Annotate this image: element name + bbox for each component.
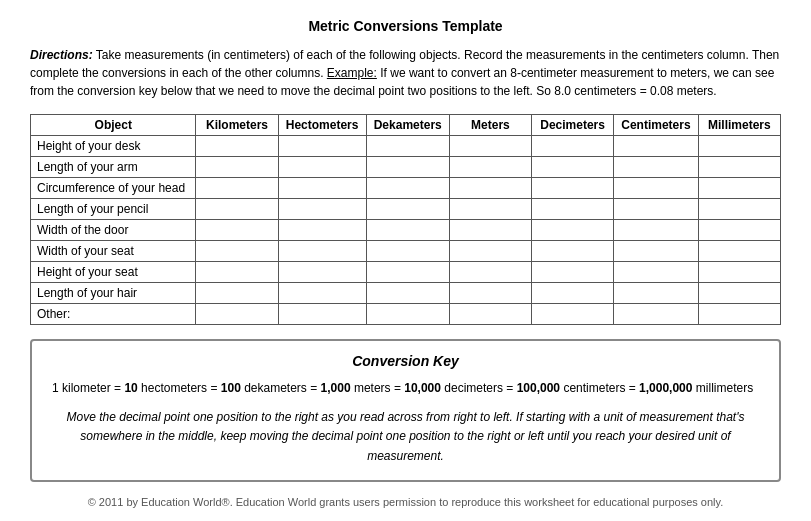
table-row: Height of your seat bbox=[31, 262, 781, 283]
table-row: Height of your desk bbox=[31, 136, 781, 157]
table-cell-value[interactable] bbox=[449, 199, 531, 220]
table-cell-value[interactable] bbox=[449, 283, 531, 304]
col-header-km: Kilometers bbox=[196, 115, 278, 136]
table-header-row: Object Kilometers Hectometers Dekameters… bbox=[31, 115, 781, 136]
ck-b1: 10 bbox=[124, 381, 137, 395]
ck-t6: millimeters bbox=[692, 381, 753, 395]
table-cell-value[interactable] bbox=[614, 178, 699, 199]
table-cell-value[interactable] bbox=[366, 220, 449, 241]
table-cell-value[interactable] bbox=[366, 178, 449, 199]
conversion-key-line: 1 kilometer = 10 hectometers = 100 dekam… bbox=[52, 379, 759, 398]
ck-t5: centimeters = bbox=[560, 381, 639, 395]
main-table: Object Kilometers Hectometers Dekameters… bbox=[30, 114, 781, 325]
table-cell-value[interactable] bbox=[614, 283, 699, 304]
table-cell-object: Height of your desk bbox=[31, 136, 196, 157]
table-cell-value[interactable] bbox=[532, 241, 614, 262]
table-cell-value[interactable] bbox=[532, 199, 614, 220]
table-cell-value[interactable] bbox=[532, 304, 614, 325]
ck-b4: 10,000 bbox=[404, 381, 441, 395]
table-cell-value[interactable] bbox=[698, 157, 780, 178]
col-header-dm: Dekameters bbox=[366, 115, 449, 136]
table-cell-value[interactable] bbox=[366, 157, 449, 178]
table-cell-value[interactable] bbox=[278, 178, 366, 199]
table-section: Object Kilometers Hectometers Dekameters… bbox=[30, 114, 781, 325]
table-cell-value[interactable] bbox=[698, 241, 780, 262]
footer: © 2011 by Education World®. Education Wo… bbox=[30, 496, 781, 508]
table-cell-value[interactable] bbox=[449, 136, 531, 157]
table-cell-value[interactable] bbox=[196, 241, 278, 262]
table-cell-value[interactable] bbox=[698, 283, 780, 304]
table-cell-object: Length of your hair bbox=[31, 283, 196, 304]
table-cell-value[interactable] bbox=[698, 220, 780, 241]
table-cell-value[interactable] bbox=[449, 241, 531, 262]
ck-t3: meters = bbox=[351, 381, 405, 395]
table-cell-value[interactable] bbox=[614, 157, 699, 178]
table-cell-value[interactable] bbox=[532, 283, 614, 304]
table-cell-value[interactable] bbox=[532, 136, 614, 157]
table-cell-value[interactable] bbox=[196, 199, 278, 220]
ck-b6: 1,000,000 bbox=[639, 381, 692, 395]
table-cell-value[interactable] bbox=[698, 136, 780, 157]
table-cell-value[interactable] bbox=[366, 304, 449, 325]
ck-prefix: 1 kilometer = bbox=[52, 381, 124, 395]
table-cell-value[interactable] bbox=[532, 178, 614, 199]
table-cell-object: Length of your pencil bbox=[31, 199, 196, 220]
table-cell-value[interactable] bbox=[366, 199, 449, 220]
table-cell-value[interactable] bbox=[614, 304, 699, 325]
page-title: Metric Conversions Template bbox=[30, 18, 781, 34]
table-cell-value[interactable] bbox=[278, 157, 366, 178]
ck-b2: 100 bbox=[221, 381, 241, 395]
table-cell-value[interactable] bbox=[449, 157, 531, 178]
table-cell-value[interactable] bbox=[196, 304, 278, 325]
table-row: Circumference of your head bbox=[31, 178, 781, 199]
table-cell-value[interactable] bbox=[196, 178, 278, 199]
table-cell-value[interactable] bbox=[278, 262, 366, 283]
ck-b3: 1,000 bbox=[321, 381, 351, 395]
table-cell-value[interactable] bbox=[366, 283, 449, 304]
table-cell-value[interactable] bbox=[698, 199, 780, 220]
table-cell-value[interactable] bbox=[532, 157, 614, 178]
table-cell-value[interactable] bbox=[196, 262, 278, 283]
table-cell-value[interactable] bbox=[614, 262, 699, 283]
table-cell-value[interactable] bbox=[698, 262, 780, 283]
table-cell-value[interactable] bbox=[196, 220, 278, 241]
table-cell-object: Other: bbox=[31, 304, 196, 325]
directions-label: Directions: bbox=[30, 48, 93, 62]
table-cell-value[interactable] bbox=[614, 136, 699, 157]
table-cell-value[interactable] bbox=[278, 304, 366, 325]
table-cell-object: Circumference of your head bbox=[31, 178, 196, 199]
table-cell-value[interactable] bbox=[196, 157, 278, 178]
table-cell-value[interactable] bbox=[532, 262, 614, 283]
table-cell-value[interactable] bbox=[449, 220, 531, 241]
conversion-box: Conversion Key 1 kilometer = 10 hectomet… bbox=[30, 339, 781, 482]
table-cell-object: Width of the door bbox=[31, 220, 196, 241]
table-cell-value[interactable] bbox=[278, 136, 366, 157]
col-header-cm: Centimeters bbox=[614, 115, 699, 136]
conversion-note: Move the decimal point one position to t… bbox=[52, 408, 759, 466]
ck-b5: 100,000 bbox=[517, 381, 560, 395]
table-cell-value[interactable] bbox=[532, 220, 614, 241]
table-row: Width of the door bbox=[31, 220, 781, 241]
table-cell-value[interactable] bbox=[278, 283, 366, 304]
table-cell-value[interactable] bbox=[196, 136, 278, 157]
table-cell-value[interactable] bbox=[366, 241, 449, 262]
table-cell-value[interactable] bbox=[698, 304, 780, 325]
table-cell-value[interactable] bbox=[614, 220, 699, 241]
table-cell-value[interactable] bbox=[196, 283, 278, 304]
table-cell-value[interactable] bbox=[614, 199, 699, 220]
table-cell-value[interactable] bbox=[449, 178, 531, 199]
table-cell-value[interactable] bbox=[449, 262, 531, 283]
table-cell-value[interactable] bbox=[278, 241, 366, 262]
col-header-mm: Millimeters bbox=[698, 115, 780, 136]
table-row: Other: bbox=[31, 304, 781, 325]
table-row: Length of your hair bbox=[31, 283, 781, 304]
table-cell-value[interactable] bbox=[278, 220, 366, 241]
table-cell-value[interactable] bbox=[366, 262, 449, 283]
table-cell-value[interactable] bbox=[614, 241, 699, 262]
table-row: Length of your arm bbox=[31, 157, 781, 178]
table-cell-value[interactable] bbox=[449, 304, 531, 325]
table-cell-value[interactable] bbox=[698, 178, 780, 199]
col-header-dcm: Decimeters bbox=[532, 115, 614, 136]
table-cell-value[interactable] bbox=[366, 136, 449, 157]
table-cell-value[interactable] bbox=[278, 199, 366, 220]
